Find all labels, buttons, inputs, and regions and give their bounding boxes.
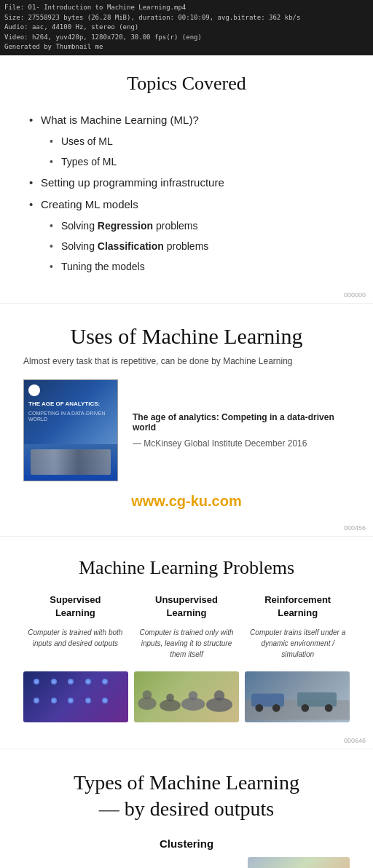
brain-dot	[85, 698, 91, 703]
list-item: Uses of ML	[61, 131, 350, 151]
brain-dot	[34, 698, 39, 703]
slide-uses-ml: Uses of Machine Learning Almost every ta…	[0, 304, 373, 537]
svg-point-7	[214, 690, 224, 701]
book-logo	[28, 384, 40, 396]
cars-svg	[245, 671, 350, 722]
book-image-strip	[24, 444, 117, 481]
sub-list: Uses of ML Types of ML	[41, 131, 350, 172]
svg-point-5	[189, 691, 198, 701]
file-info-line4: Video: h264, yuv420p, 1280x720, 30.00 fp…	[4, 33, 369, 43]
slide1-title: Topics Covered	[23, 73, 350, 95]
brain-dot	[102, 698, 108, 703]
ml-col-reinforcement: ReinforcementLearning Computer trains it…	[246, 593, 350, 660]
brain-dot	[34, 679, 39, 684]
slide-types-ml: Types of Machine Learning — by desired o…	[0, 749, 373, 868]
list-item: Tuning the models	[61, 256, 350, 277]
brain-dots	[34, 679, 117, 714]
sub-list: Solving Regression problems Solving Clas…	[41, 216, 350, 277]
slide4-title-line1: Types of Machine Learning	[74, 771, 299, 794]
file-info-bar: File: 01- Introduction to Machine Learni…	[0, 0, 373, 55]
col-title-reinforcement: ReinforcementLearning	[246, 593, 350, 620]
caption-source: — McKinsey Global Institute December 201…	[133, 438, 350, 449]
brain-dot	[51, 679, 57, 684]
slide3-title: Machine Learning Problems	[23, 557, 350, 579]
ml-col-supervised: SupervisedLearning Computer is trained w…	[23, 593, 127, 660]
watermark: www.cg-ku.com	[23, 493, 350, 510]
brain-dot	[85, 679, 91, 684]
svg-point-3	[166, 693, 174, 701]
brain-dot	[102, 679, 108, 684]
ml-image-animals	[134, 671, 239, 722]
col-desc-reinforcement: Computer trains itself under a dynamic e…	[246, 627, 350, 660]
clustering-title: Clustering	[23, 837, 350, 850]
clustering-image	[248, 857, 350, 868]
slide-number: 000000	[344, 291, 366, 299]
file-info-line2: Size: 27558923 bytes (26.28 MiB), durati…	[4, 13, 369, 23]
file-info-line1: File: 01- Introduction to Machine Learni…	[4, 3, 369, 13]
svg-rect-12	[297, 693, 337, 707]
file-info-line5: Generated by Thumbnail me	[4, 42, 369, 52]
slide-number: 000456	[344, 524, 366, 532]
list-item: Setting up programming infrastructure	[41, 172, 350, 194]
book-people-image	[31, 449, 111, 475]
col-desc-supervised: Computer is trained with both inputs and…	[23, 627, 127, 649]
book-caption: The age of analytics: Competing in a dat…	[133, 412, 350, 449]
list-item: What is Machine Learning (ML)? Uses of M…	[41, 109, 350, 172]
ml-columns: SupervisedLearning Computer is trained w…	[23, 593, 350, 660]
ml-col-unsupervised: UnsupervisedLearning Computer is trained…	[135, 593, 239, 660]
slide4-title: Types of Machine Learning — by desired o…	[23, 770, 350, 823]
slide2-title: Uses of Machine Learning	[23, 324, 350, 349]
list-item: Types of ML	[61, 151, 350, 172]
col-title-supervised: SupervisedLearning	[23, 593, 127, 620]
svg-point-10	[255, 704, 263, 712]
list-item: Solving Classification problems	[61, 236, 350, 256]
svg-point-11	[272, 704, 280, 712]
svg-point-1	[143, 690, 152, 700]
book-title: THE AGE OF ANALYTICS:	[28, 401, 113, 408]
animals-svg	[134, 671, 239, 722]
brain-dot	[68, 679, 74, 684]
svg-rect-9	[251, 693, 284, 706]
col-title-unsupervised: UnsupervisedLearning	[135, 593, 239, 620]
book-subtitle: COMPETING IN A DATA-DRIVEN WORLD	[28, 411, 113, 423]
col-desc-unsupervised: Computer is trained only with inputs, le…	[135, 627, 239, 660]
ml-images	[23, 671, 350, 722]
slide-ml-problems: Machine Learning Problems SupervisedLear…	[0, 537, 373, 749]
list-item: Solving Regression problems	[61, 216, 350, 236]
clustering-row: Computer sorts the data into groups, but…	[23, 857, 350, 868]
svg-point-14	[325, 704, 333, 712]
caption-title: The age of analytics: Competing in a dat…	[133, 412, 350, 433]
ml-image-cars	[245, 671, 350, 722]
slide-number: 000646	[344, 737, 366, 744]
slide-topics-covered: Topics Covered What is Machine Learning …	[0, 55, 373, 304]
brain-dot	[68, 698, 74, 703]
file-info-line3: Audio: aac, 44100 Hz, stereo (eng)	[4, 23, 369, 33]
svg-point-13	[301, 704, 309, 712]
book-cover: THE AGE OF ANALYTICS: COMPETING IN A DAT…	[23, 379, 118, 481]
topics-list: What is Machine Learning (ML)? Uses of M…	[23, 109, 350, 277]
list-item: Creating ML models Solving Regression pr…	[41, 194, 350, 277]
brain-dot	[51, 698, 57, 703]
slide4-title-line2: — by desired outputs	[99, 797, 274, 820]
clustering-animals-svg	[248, 857, 350, 868]
ml-image-brain	[23, 671, 128, 722]
book-section: THE AGE OF ANALYTICS: COMPETING IN A DAT…	[23, 379, 350, 481]
slide2-subtitle: Almost every task that is repetitive, ca…	[23, 356, 350, 366]
